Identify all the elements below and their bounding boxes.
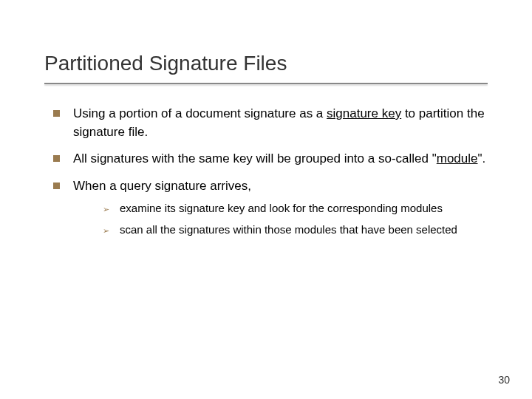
title-underline [44, 83, 488, 84]
triangle-bullet-icon: ➢ [103, 225, 109, 236]
triangle-bullet-icon: ➢ [103, 204, 109, 215]
bullet-item: All signatures with the same key will be… [53, 150, 488, 168]
bullet-text-post: ". [478, 151, 486, 166]
sub-bullet-text: examine its signature key and look for t… [120, 200, 488, 216]
sub-bullet-list: ➢ examine its signature key and look for… [73, 200, 488, 237]
square-bullet-icon [53, 110, 60, 117]
slide-title: Partitioned Signature Files [44, 52, 488, 75]
sub-bullet-item: ➢ scan all the signatures within those m… [103, 222, 488, 237]
sub-bullet-text: scan all the signatures within those mod… [120, 222, 488, 237]
underlined-term: signature key [327, 106, 401, 120]
bullet-text-pre: Using a portion of a document signature … [73, 106, 327, 120]
square-bullet-icon [53, 155, 60, 162]
bullet-text: All signatures with the same key will be… [73, 150, 488, 168]
sub-bullet-item: ➢ examine its signature key and look for… [103, 200, 488, 216]
bullet-text: Using a portion of a document signature … [73, 105, 488, 141]
main-bullet-list: Using a portion of a document signature … [44, 105, 488, 243]
bullet-item: When a query signature arrives, ➢ examin… [53, 177, 488, 243]
page-number: 30 [498, 374, 510, 386]
underlined-term: module [437, 151, 478, 166]
bullet-text: When a query signature arrives, ➢ examin… [73, 177, 488, 243]
bullet-text-pre: All signatures with the same key will be… [73, 151, 437, 166]
bullet-item: Using a portion of a document signature … [53, 105, 488, 141]
square-bullet-icon [53, 183, 60, 189]
bullet-text-pre: When a query signature arrives, [73, 179, 251, 193]
